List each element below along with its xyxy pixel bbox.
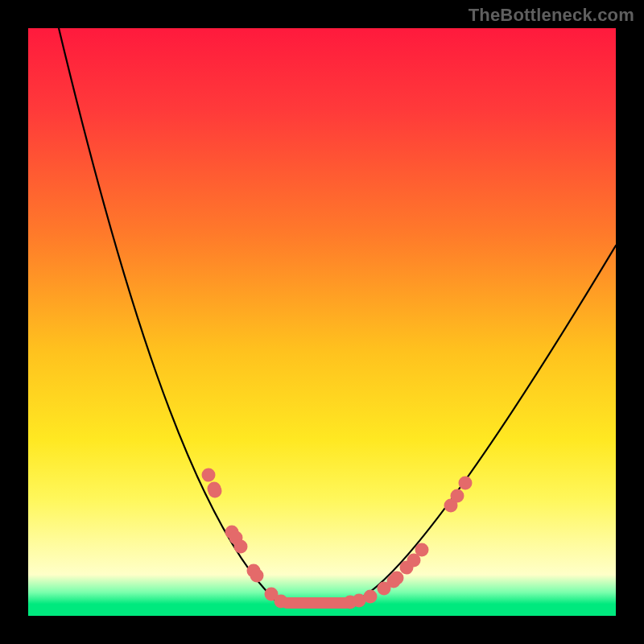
data-point: [208, 485, 222, 498]
plot-area: [28, 28, 616, 616]
data-point: [234, 540, 248, 554]
data-point: [459, 477, 473, 490]
data-point: [390, 572, 404, 585]
data-point: [202, 469, 216, 482]
data-point: [364, 590, 378, 604]
valley-pill: [281, 597, 352, 609]
data-point: [415, 543, 429, 557]
chart-svg: [28, 28, 616, 616]
data-point: [451, 489, 464, 503]
bottleneck-curve: [59, 28, 616, 603]
chart-frame: TheBottleneck.com: [0, 0, 644, 644]
watermark-text: TheBottleneck.com: [469, 5, 634, 26]
data-point: [250, 569, 264, 583]
